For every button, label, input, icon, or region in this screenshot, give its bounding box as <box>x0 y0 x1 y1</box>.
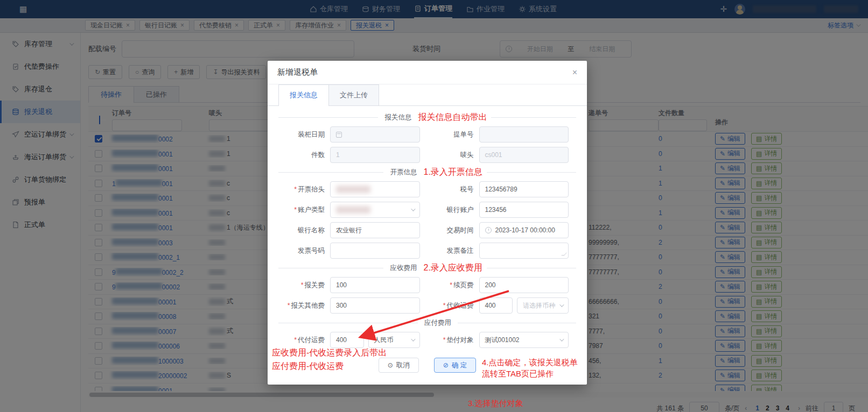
close-icon[interactable]: × <box>572 68 577 77</box>
redacted-value <box>336 186 370 193</box>
bank-name-input[interactable]: 农业银行 <box>330 222 420 238</box>
collect-freight-input[interactable]: 400 <box>479 297 513 314</box>
chevron-down-icon <box>559 337 564 341</box>
annotation-step1: 1.录入开票信息 <box>423 167 482 178</box>
cancel-circle-icon: ⊙ <box>388 361 393 369</box>
bank-name-label: 银行名称 <box>278 226 325 235</box>
collect-currency-select[interactable]: 请选择币种 <box>517 297 569 314</box>
cabinet-date-label: 装柜日期 <box>278 130 325 139</box>
section-invoice-title: 开票信息 <box>383 168 423 177</box>
calendar-icon <box>336 132 342 138</box>
section-invoice-divider: 开票信息 1.录入开票信息 <box>278 165 576 179</box>
annotation-step2: 2.录入应收费用 <box>423 262 482 274</box>
invoice-note-label: 发票备注 <box>428 246 474 255</box>
page-fee-input[interactable]: 200 <box>479 277 569 293</box>
bl-no-input[interactable] <box>479 126 569 143</box>
chevron-down-icon <box>559 302 564 307</box>
chevron-down-icon <box>411 207 415 211</box>
section-customs-title: 报关信息 <box>378 113 418 122</box>
confirm-button[interactable]: ⊘确 定 <box>434 358 477 373</box>
mark-input[interactable]: cs001 <box>479 147 569 163</box>
pay-freight-label: *代付运费 <box>278 336 325 345</box>
modal-tab-file-upload[interactable]: 文件上传 <box>329 84 379 105</box>
invoice-title-input[interactable] <box>330 181 420 197</box>
section-receivable-divider: 应收费用 2.录入应收费用 <box>278 261 576 275</box>
annotation-bring-out: 应收费用-代收运费录入后带出 应付费用-代收运费 <box>272 346 387 373</box>
customs-fee-label: *报关费 <box>278 281 325 290</box>
bank-account-input[interactable]: 123456 <box>479 202 569 218</box>
customs-fee-input[interactable]: 100 <box>330 277 420 293</box>
check-circle-icon: ⊘ <box>443 361 449 369</box>
advance-target-select[interactable]: 测试001002 <box>479 332 569 348</box>
pieces-label: 件数 <box>278 151 325 160</box>
tax-no-input[interactable]: 123456789 <box>479 181 569 197</box>
bank-account-label: 银行账户 <box>428 205 474 215</box>
trade-time-label: 交易时间 <box>428 226 474 235</box>
page-fee-label: *续页费 <box>428 281 474 290</box>
invoice-no-input[interactable] <box>330 243 420 259</box>
chevron-down-icon <box>411 337 415 341</box>
collect-freight-label: *代收运费 <box>428 301 474 310</box>
modal-title: 新增退税单 <box>277 67 318 77</box>
section-receivable-title: 应收费用 <box>383 264 423 273</box>
clock-icon <box>485 227 492 233</box>
advance-target-label: *垫付对象 <box>428 336 474 345</box>
section-payable-divider: 应付费用 <box>278 316 576 330</box>
section-payable-title: 应付费用 <box>418 318 458 328</box>
account-type-label: *账户类型 <box>278 205 325 215</box>
annotation-customs-auto: 报关信息自动带出 <box>418 112 487 123</box>
modal-header: 新增退税单 × <box>268 61 587 84</box>
customs-other-fee-label: *报关其他费 <box>278 301 325 310</box>
section-customs-divider: 报关信息 报关信息自动带出 <box>278 110 576 124</box>
annotation-step3: 3.选择垫付对象 <box>468 396 523 410</box>
invoice-note-textarea[interactable] <box>479 243 569 259</box>
modal-tab-customs-info[interactable]: 报关信息 <box>278 84 329 105</box>
mark-label: 唛头 <box>428 151 474 160</box>
invoice-title-label: *开票抬头 <box>278 185 325 194</box>
account-type-select[interactable] <box>330 202 420 218</box>
bl-no-label: 提单号 <box>428 130 474 139</box>
cabinet-date-input[interactable] <box>330 126 420 143</box>
add-tax-refund-modal: 新增退税单 × 报关信息 文件上传 报关信息 报关信息自动带出 装柜日期 提单号 <box>268 61 587 385</box>
customs-other-fee-input[interactable]: 300 <box>330 297 420 314</box>
modal-body: 报关信息 报关信息自动带出 装柜日期 提单号 件数 1 <box>268 106 587 385</box>
redacted-value <box>336 206 370 214</box>
trade-time-input[interactable]: 2023-10-17 00:00:00 <box>479 222 569 238</box>
app-window: ▦ 仓库管理财务管理订单管理作业管理系统设置 ✛ 现金日记账×银行日记账×代垫费… <box>0 0 868 412</box>
invoice-no-label: 发票号码 <box>278 246 325 255</box>
pieces-input[interactable]: 1 <box>330 147 420 163</box>
annotation-step4: 4.点击确定，该报关退税单 流转至TAB页已操作 <box>482 357 578 379</box>
modal-tabs: 报关信息 文件上传 <box>268 84 587 106</box>
tax-no-label: 税号 <box>428 185 474 194</box>
